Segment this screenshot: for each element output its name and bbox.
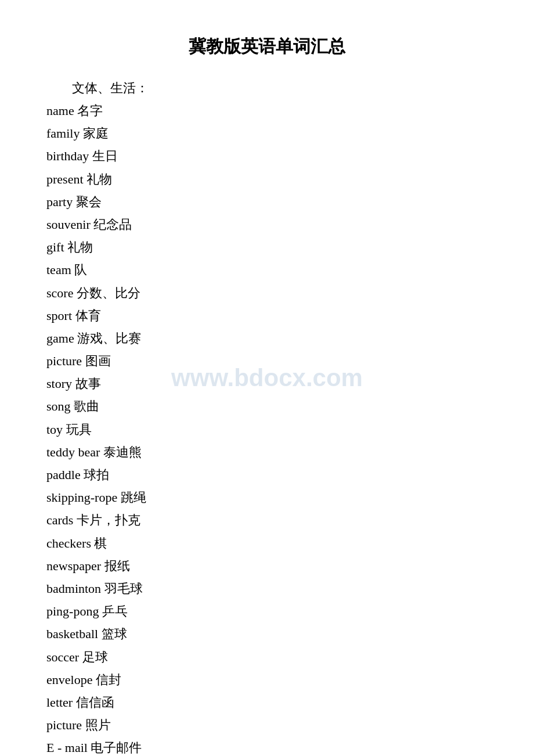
- word-entry: party 聚会: [46, 192, 488, 212]
- word-entry: E - mail 电子邮件: [46, 737, 488, 756]
- word-entry: newspaper 报纸: [46, 556, 488, 576]
- word-entry: paddle 球拍: [46, 465, 488, 485]
- word-entry: badminton 羽毛球: [46, 578, 488, 599]
- word-entry: soccer 足球: [46, 647, 488, 667]
- word-entry: song 歌曲: [46, 396, 488, 416]
- word-entry: basketball 篮球: [46, 624, 488, 644]
- word-entry: toy 玩具: [46, 419, 488, 440]
- word-entry: picture 图画: [46, 351, 488, 371]
- word-entry: team 队: [46, 260, 488, 280]
- word-entry: envelope 信封: [46, 669, 488, 690]
- word-entry: picture 照片: [46, 715, 488, 735]
- word-entry: skipping-rope 跳绳: [46, 487, 488, 507]
- page-title: 冀教版英语单词汇总: [46, 35, 488, 59]
- section-heading: 文体、生活：: [46, 80, 488, 97]
- word-entry: gift 礼物: [46, 237, 488, 257]
- word-entry: ping-pong 乒乓: [46, 601, 488, 621]
- word-entry: sport 体育: [46, 305, 488, 326]
- word-entry: birthday 生日: [46, 146, 488, 166]
- word-entry: checkers 棋: [46, 533, 488, 553]
- word-entry: game 游戏、比赛: [46, 328, 488, 348]
- word-entry: teddy bear 泰迪熊: [46, 442, 488, 462]
- word-entry: souvenir 纪念品: [46, 214, 488, 235]
- word-entry: present 礼物: [46, 169, 488, 189]
- word-entry: cards 卡片，扑克: [46, 510, 488, 530]
- word-entry: name 名字: [46, 100, 488, 121]
- word-entry: letter 信信函: [46, 692, 488, 712]
- word-entry: score 分数、比分: [46, 283, 488, 303]
- word-list: name 名字family 家庭birthday 生日present 礼物par…: [46, 100, 488, 756]
- word-entry: family 家庭: [46, 123, 488, 143]
- word-entry: story 故事: [46, 373, 488, 394]
